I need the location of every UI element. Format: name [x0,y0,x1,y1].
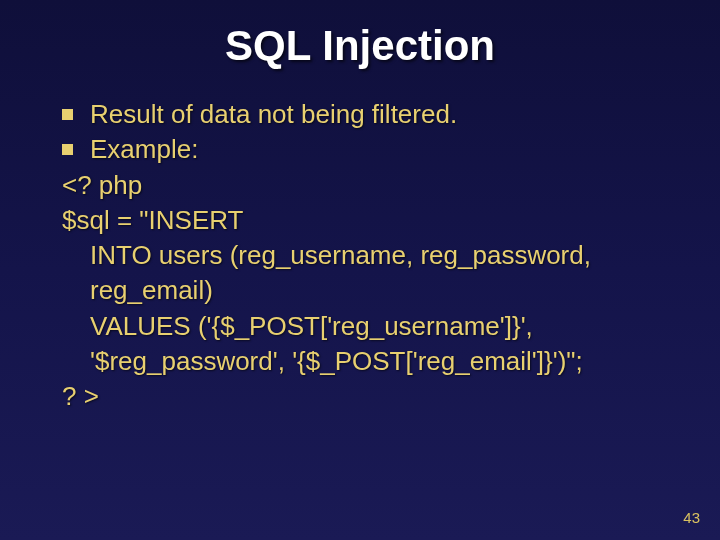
code-line: <? php [62,169,672,202]
code-line: '$reg_password', '{$_POST['reg_email']}'… [62,345,672,378]
bullet-item: Example: [62,133,672,166]
code-line: reg_email) [62,274,672,307]
bullet-text: Example: [90,134,198,164]
slide: SQL Injection Result of data not being f… [0,0,720,540]
code-line: VALUES ('{$_POST['reg_username']}', [62,310,672,343]
slide-content: Result of data not being filtered. Examp… [62,98,672,413]
bullet-text: Result of data not being filtered. [90,99,457,129]
code-line: ? > [62,380,672,413]
code-line: INTO users (reg_username, reg_password, [62,239,672,272]
code-line: $sql = "INSERT [62,204,672,237]
slide-title: SQL Injection [0,0,720,70]
page-number: 43 [683,509,700,526]
bullet-icon [62,109,73,120]
bullet-icon [62,144,73,155]
bullet-item: Result of data not being filtered. [62,98,672,131]
